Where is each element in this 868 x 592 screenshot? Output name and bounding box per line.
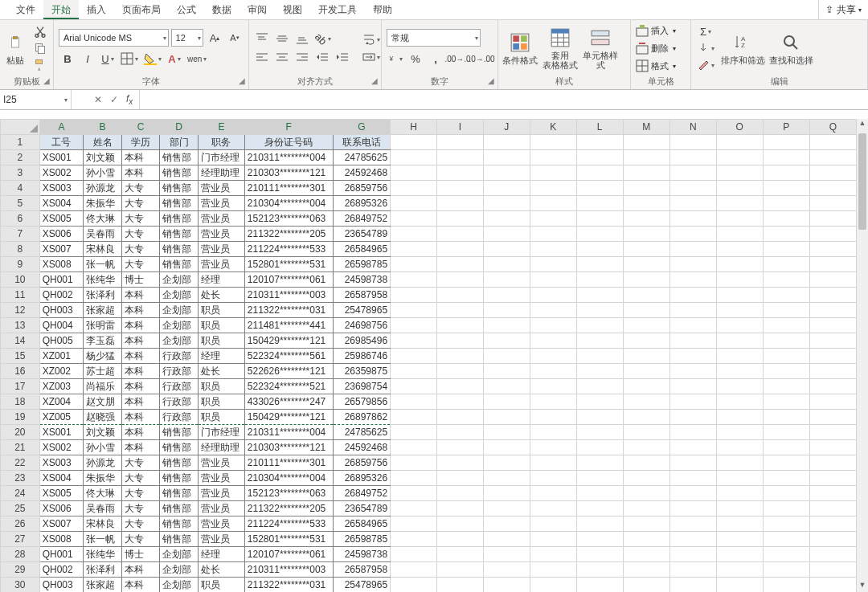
cell[interactable] — [763, 578, 809, 593]
cell[interactable]: 522324********521 — [244, 379, 333, 394]
cell[interactable]: 522324********561 — [244, 349, 333, 364]
cell[interactable] — [716, 364, 763, 379]
conditional-formatting-button[interactable]: 条件格式 — [500, 22, 540, 75]
cell[interactable]: 企划部 — [160, 562, 199, 578]
cell[interactable] — [716, 135, 763, 150]
column-header[interactable]: K — [530, 120, 576, 135]
cell[interactable] — [763, 318, 809, 333]
cell[interactable] — [809, 425, 856, 440]
cell[interactable] — [391, 272, 437, 288]
cell[interactable]: 大专 — [121, 242, 159, 257]
name-box[interactable]: I25 ▾ — [0, 90, 72, 109]
insert-cells-button[interactable]: 插入▾ — [636, 22, 686, 39]
cell[interactable]: 大专 — [121, 196, 159, 211]
cell[interactable] — [576, 150, 623, 165]
cell[interactable] — [530, 547, 576, 562]
row-header[interactable]: 27 — [1, 532, 40, 547]
cell[interactable] — [437, 257, 484, 272]
cell[interactable]: 152123********063 — [244, 486, 333, 501]
cell[interactable] — [669, 578, 716, 593]
cell[interactable] — [716, 318, 763, 333]
cell[interactable]: 25986746 — [333, 349, 390, 364]
cell[interactable]: 210311********004 — [244, 425, 333, 440]
cell[interactable]: 销售部 — [160, 425, 199, 440]
cell[interactable] — [669, 349, 716, 364]
cell[interactable] — [576, 318, 623, 333]
cell[interactable]: 博士 — [121, 272, 159, 288]
cell[interactable]: 营业员 — [198, 516, 244, 532]
cell[interactable] — [809, 578, 856, 593]
cell[interactable] — [809, 181, 856, 196]
cell[interactable] — [623, 150, 669, 165]
cell[interactable] — [437, 410, 484, 425]
cell[interactable]: 26897862 — [333, 410, 390, 425]
spreadsheet-grid[interactable]: ABCDEFGHIJKLMNOPQ1工号姓名学历部门职务身份证号码联系电话2XS… — [0, 119, 857, 592]
cell[interactable] — [623, 425, 669, 440]
cell[interactable] — [530, 364, 576, 379]
cell[interactable]: 经理 — [198, 272, 244, 288]
dialog-launcher-icon[interactable]: ◢ — [371, 76, 378, 85]
cell[interactable] — [669, 516, 716, 532]
cell[interactable] — [391, 578, 437, 593]
cell[interactable]: 营业员 — [198, 471, 244, 486]
cell[interactable] — [716, 333, 763, 349]
row-header[interactable]: 3 — [1, 165, 40, 181]
cell[interactable] — [576, 532, 623, 547]
cell[interactable]: 营业员 — [198, 501, 244, 516]
cell[interactable]: 行政部 — [160, 364, 199, 379]
row-header[interactable]: 7 — [1, 227, 40, 242]
cell[interactable]: 210304********004 — [244, 471, 333, 486]
cell[interactable] — [763, 471, 809, 486]
cell[interactable] — [437, 486, 484, 501]
cell[interactable]: 佟大琳 — [84, 486, 122, 501]
cell[interactable]: 职员 — [198, 394, 244, 410]
cell[interactable]: 销售部 — [160, 455, 199, 471]
cell[interactable] — [716, 379, 763, 394]
cell[interactable] — [391, 486, 437, 501]
cell[interactable]: 210111********301 — [244, 181, 333, 196]
cell[interactable]: XZ004 — [39, 394, 84, 410]
cell[interactable]: 行政部 — [160, 410, 199, 425]
cell[interactable]: 本科 — [121, 440, 159, 455]
cell[interactable]: 销售部 — [160, 501, 199, 516]
cell[interactable]: XS008 — [39, 532, 84, 547]
cell[interactable]: 张泽利 — [84, 288, 122, 303]
row-header[interactable]: 9 — [1, 257, 40, 272]
row-header[interactable]: 23 — [1, 471, 40, 486]
cell[interactable] — [483, 410, 530, 425]
row-header[interactable]: 24 — [1, 486, 40, 501]
row-header[interactable]: 11 — [1, 288, 40, 303]
cell[interactable] — [437, 211, 484, 227]
cell[interactable]: 25478965 — [333, 303, 390, 318]
cell[interactable] — [576, 165, 623, 181]
cell[interactable]: 26895326 — [333, 196, 390, 211]
cell[interactable] — [716, 578, 763, 593]
cell[interactable]: 营业员 — [198, 227, 244, 242]
cell[interactable] — [391, 455, 437, 471]
cell[interactable] — [483, 333, 530, 349]
cell[interactable]: XS002 — [39, 440, 84, 455]
fill-button[interactable] — [695, 40, 716, 56]
decrease-font-button[interactable]: A▾ — [226, 30, 244, 46]
cell[interactable] — [483, 379, 530, 394]
row-header[interactable]: 8 — [1, 242, 40, 257]
cell[interactable] — [623, 257, 669, 272]
cell[interactable] — [576, 257, 623, 272]
cell[interactable]: 销售部 — [160, 440, 199, 455]
cell[interactable] — [623, 196, 669, 211]
cell[interactable] — [530, 394, 576, 410]
align-left-button[interactable] — [253, 50, 271, 66]
cell[interactable] — [483, 471, 530, 486]
cell[interactable]: 大专 — [121, 181, 159, 196]
cell[interactable] — [809, 501, 856, 516]
cell[interactable]: 张纯华 — [84, 547, 122, 562]
cell[interactable]: 销售部 — [160, 486, 199, 501]
cell[interactable] — [576, 547, 623, 562]
cell[interactable] — [483, 486, 530, 501]
font-name-select[interactable]: Arial Unicode MS▾ — [59, 29, 169, 47]
cell[interactable] — [669, 165, 716, 181]
row-header[interactable]: 5 — [1, 196, 40, 211]
cell[interactable] — [530, 318, 576, 333]
cell[interactable] — [483, 288, 530, 303]
cell[interactable]: 210303********121 — [244, 165, 333, 181]
